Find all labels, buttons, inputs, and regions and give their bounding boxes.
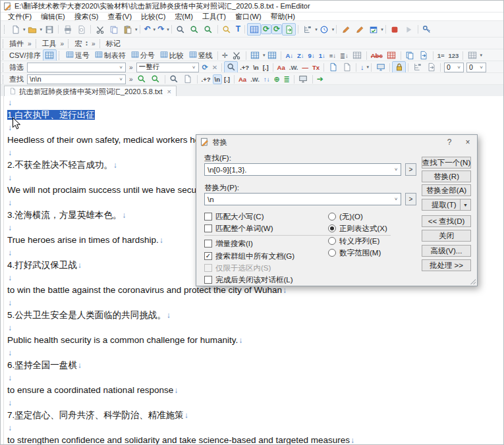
find-regex-token[interactable]: .+? xyxy=(200,74,213,84)
checkbox-row-2[interactable]: 增量搜索(I) xyxy=(204,239,253,248)
combo-arrow-icon[interactable]: ˅ xyxy=(477,63,486,72)
switch-to-find-button[interactable]: << 查找(D) xyxy=(422,215,471,227)
filter-doc2-icon[interactable] xyxy=(340,61,354,74)
numbering-icon[interactable]: 1= xyxy=(435,51,447,61)
find-next-green-icon[interactable] xyxy=(149,73,163,86)
sort-options-icon[interactable] xyxy=(350,49,364,62)
filter-down-icon[interactable]: ↓ xyxy=(358,63,366,72)
paste-icon[interactable] xyxy=(121,23,134,36)
macro-list-icon[interactable] xyxy=(366,23,380,36)
sort-19-icon[interactable]: 9↓ xyxy=(306,51,317,61)
find-icon[interactable] xyxy=(174,23,188,36)
outline-icon[interactable] xyxy=(300,23,314,36)
find-expand-button[interactable]: > xyxy=(405,163,416,176)
split-column-icon[interactable] xyxy=(403,49,417,62)
checkbox-row-5[interactable]: 完成后关闭该对话框(L) xyxy=(204,275,293,284)
sync-scroll-h-icon[interactable]: ⟳ xyxy=(271,24,282,34)
find-whole-word-icon[interactable]: .W. xyxy=(248,74,262,84)
filter-match-case-icon[interactable]: Aa xyxy=(275,63,287,72)
dialog-close-icon[interactable]: × xyxy=(459,135,477,149)
tools-overflow[interactable]: » xyxy=(59,40,67,47)
print-preview-icon[interactable] xyxy=(74,23,88,36)
combo-arrow-icon[interactable]: ˅ xyxy=(117,75,125,84)
filter-input[interactable]: ˅ xyxy=(27,63,126,72)
edit-macro-icon[interactable] xyxy=(352,23,366,36)
filter-whole-word-icon[interactable]: .W. xyxy=(287,63,300,72)
filter-levels-above[interactable]: 0˅ xyxy=(444,63,464,72)
column-header-icon-dropdown[interactable]: ▾ xyxy=(480,53,482,58)
checkbox-row-1[interactable]: 匹配整个单词(W) xyxy=(204,224,273,233)
list-view-icon[interactable] xyxy=(247,23,261,36)
filter-history[interactable]: » xyxy=(127,64,135,71)
filter-tree-icon[interactable] xyxy=(410,61,424,74)
csv-semicolon-button[interactable]: 分号 xyxy=(128,51,157,61)
browser-preview-icon[interactable] xyxy=(282,23,296,36)
extract-button[interactable]: 提取(T)▼ xyxy=(422,199,471,211)
replace-expand-button[interactable]: > xyxy=(405,193,416,205)
plugins-overflow[interactable]: » xyxy=(26,40,34,47)
redo-icon[interactable]: ↷ xyxy=(155,24,166,34)
filter-down-icon-dropdown[interactable]: ▾ xyxy=(367,65,370,70)
find-next-button[interactable]: 查找下一个(N) xyxy=(422,157,471,169)
csv-normal-mode-icon[interactable] xyxy=(43,49,57,62)
csv-compare-button[interactable]: 比较 xyxy=(157,51,186,61)
checkbox-row-3[interactable]: ✓搜索群组中所有文档(G) xyxy=(204,251,294,261)
radio-row-3[interactable]: 数字范围(M) xyxy=(328,248,381,257)
save-icon[interactable] xyxy=(42,23,56,36)
history-icon-dropdown[interactable]: ▾ xyxy=(332,27,335,32)
filter-tx-icon[interactable]: Tx xyxy=(310,63,322,72)
editor-line[interactable]: ↓ xyxy=(7,321,503,334)
editor-line[interactable]: ↓ xyxy=(7,96,503,109)
replace-button[interactable]: 替换(R) xyxy=(422,170,471,182)
document-tab[interactable]: 抗击新冠肺炎疫情中英对照词汇_2020.5.8.txt × xyxy=(4,86,177,97)
record-macro-icon[interactable] xyxy=(339,23,352,36)
editor-line[interactable]: 6.坚持全国一盘棋↓ xyxy=(7,359,503,371)
sort-length-icon[interactable]: ≡↓ xyxy=(327,51,338,61)
cut-icon[interactable] xyxy=(93,23,107,36)
stop-macro-icon[interactable] xyxy=(388,23,402,36)
dialog-resize-grip[interactable] xyxy=(470,278,476,284)
delete-column-icon[interactable] xyxy=(230,49,244,62)
editor-line[interactable]: to strengthen confidence and solidarity … xyxy=(7,434,503,444)
new-file-icon[interactable] xyxy=(9,23,22,36)
dialog-help-button[interactable]: ? xyxy=(440,135,459,149)
csv-tab-button[interactable]: 制表符 xyxy=(92,51,128,61)
radio-row-1[interactable]: 正则表达式(X) xyxy=(328,224,387,233)
filter-levels-below[interactable]: 0˅ xyxy=(466,63,486,72)
sort-az-icon[interactable]: A↓ xyxy=(283,51,295,61)
sync-scroll-v-icon[interactable]: ⟳ xyxy=(261,24,271,34)
find-prev-icon[interactable] xyxy=(202,23,215,36)
radio-row-2[interactable]: 转义序列(E) xyxy=(328,236,379,246)
combo-arrow-icon[interactable]: ˅ xyxy=(455,63,463,72)
redo-icon-dropdown[interactable]: ▾ xyxy=(167,27,169,32)
close-dialog-button[interactable]: 关闭 xyxy=(422,230,471,242)
find-next-icon[interactable] xyxy=(188,23,202,36)
find-add-icon[interactable]: ⊕ xyxy=(271,74,281,84)
filter-box-icon[interactable] xyxy=(374,61,387,74)
csv-comma-button[interactable]: 逗号 xyxy=(63,51,92,61)
macro-dots-icon[interactable]: ∶ xyxy=(84,39,90,49)
find-doc-icon[interactable] xyxy=(181,73,195,86)
editor-line[interactable]: ↓ xyxy=(7,296,503,309)
filter-newline-token[interactable]: \n xyxy=(251,63,260,72)
batch-button[interactable]: 批处理 >> xyxy=(422,259,471,271)
find-list-icon[interactable]: ≣ xyxy=(282,74,292,84)
find-newline-token[interactable]: \n xyxy=(213,74,222,84)
find-combo-arrow-icon[interactable]: ˅ xyxy=(391,167,401,172)
macro-wizard-key-icon[interactable] xyxy=(420,23,434,36)
find-prev-green-icon[interactable] xyxy=(135,73,149,86)
editor-line[interactable]: ↓ xyxy=(7,421,503,434)
tab-close-icon[interactable]: × xyxy=(165,88,171,95)
filter-refresh-icon[interactable]: ⟳ xyxy=(200,63,210,72)
editor-line[interactable]: 7.坚定信心、同舟共济、科学防治、精准施策↓ xyxy=(7,409,503,421)
column-header-icon[interactable] xyxy=(465,49,479,62)
column-select-icon[interactable] xyxy=(248,49,262,62)
duplicate-options-icon[interactable] xyxy=(385,49,399,62)
filter-icon[interactable] xyxy=(220,23,234,36)
undo-icon[interactable]: ↶ xyxy=(142,24,153,34)
find-value-combobox[interactable]: \n[0-9]{1,3}. ˅ xyxy=(204,163,401,176)
open-file-icon[interactable] xyxy=(26,23,40,36)
number-range-icon[interactable]: 123 xyxy=(447,51,461,61)
macro-list-icon-dropdown[interactable]: ▾ xyxy=(381,27,383,32)
filter-export-icon[interactable] xyxy=(424,61,438,74)
